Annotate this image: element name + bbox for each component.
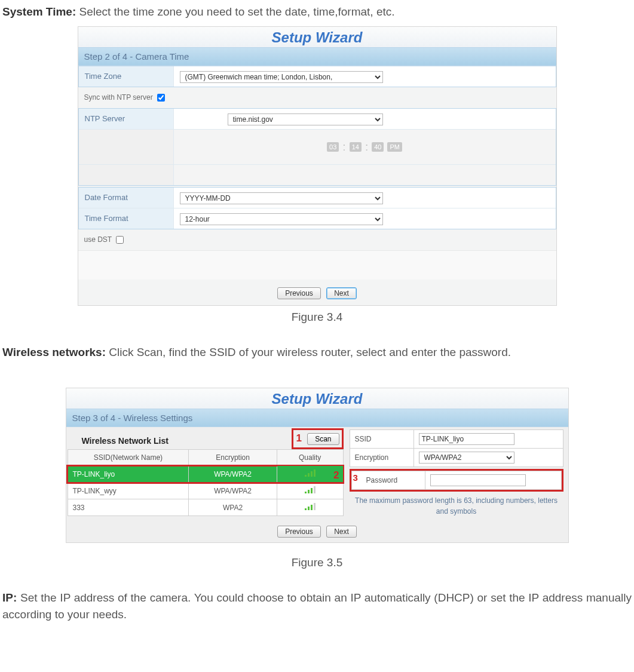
wizard-title-bar-2: Setup Wizard [66,388,568,409]
nav-buttons: Previous Next [78,280,556,305]
ssid-input[interactable] [419,433,514,445]
row-ssid: SSID [350,430,563,449]
password-hint: The maximum password length is 63, inclu… [350,492,563,520]
wireless-config-panel: SSID Encryption WPA/WPA2 Password [346,428,567,520]
th-quality: Quality [277,450,343,466]
cell-quality: 2 [277,466,343,483]
ntp-server-label: NTP Server [79,109,174,129]
step-bar-2: Step 3 of 4 - Wireless Settings [66,409,568,427]
figure-3-4-caption: Figure 3.4 [2,311,632,324]
ntp-form: NTP Server time.nist.gov 03: 14: 40 PM [78,108,556,186]
wizard-wireless: Setup Wizard Step 3 of 4 - Wireless Sett… [66,388,569,543]
table-row[interactable]: TP-LINK_wyy WPA/WPA2 [68,483,343,499]
callout-2: 2 [333,470,339,481]
row-timezone: Time Zone (GMT) Greenwich mean time; Lon… [79,66,556,87]
signal-icon [305,470,316,477]
ip-text: Set the IP address of the camera. You co… [2,591,632,621]
dst-checkbox[interactable] [116,236,124,244]
password-input[interactable] [430,474,526,486]
th-ssid: SSID(Network Name) [68,450,189,466]
cell-enc: WPA2 [189,499,277,516]
wireless-text: Click Scan, find the SSID of your wirele… [106,346,511,358]
timezone-label: Time Zone [79,66,174,87]
system-time-text: Select the time zone you need to set the… [76,5,394,18]
system-time-paragraph: System Time: Select the time zone you ne… [2,4,632,20]
time-format-select[interactable]: 12-hour [180,213,383,225]
table-row[interactable]: TP-LINK_liyo WPA/WPA2 2 [68,466,343,483]
row-encryption: Encryption WPA/WPA2 [350,449,563,467]
signal-icon [305,503,316,510]
ss-ghost: 40 [372,142,384,152]
row-sync-button-ghost [79,165,556,185]
time-form: Time Zone (GMT) Greenwich mean time; Lon… [78,66,556,87]
row-date-format: Date Format YYYY-MM-DD [79,188,556,208]
wizard-title: Setup Wizard [272,29,363,45]
ampm-ghost: PM [387,142,402,152]
time-format-label: Time Format [79,208,174,229]
th-enc: Encryption [189,450,277,466]
figure-3-5-caption: Figure 3.5 [2,556,632,569]
wizard-title-2: Setup Wizard [272,391,363,407]
table-header-row: SSID(Network Name) Encryption Quality [68,450,343,466]
scan-callout: 1 Scan [292,428,343,449]
row-password: Password [351,471,561,490]
cell-enc: WPA/WPA2 [189,483,277,499]
password-label: Password [351,471,425,490]
cell-ssid: TP-LINK_liyo [68,466,189,483]
timezone-select[interactable]: (GMT) Greenwich mean time; London, Lisbo… [180,71,383,83]
wireless-list-title: Wireless Network List [68,432,292,449]
signal-icon [305,486,316,493]
ip-lead: IP: [2,591,17,604]
cell-quality [277,483,343,499]
ip-paragraph: IP: Set the IP address of the camera. Yo… [2,590,632,622]
ssid-label: SSID [350,430,414,449]
encryption-label: Encryption [350,449,414,467]
cell-ssid: TP-LINK_wyy [68,483,189,499]
wireless-paragraph: Wireless networks: Click Scan, find the … [2,344,632,361]
cell-ssid: 333 [68,499,189,516]
step-bar: Step 2 of 4 - Camera Time [78,47,556,66]
nav-buttons-2: Previous Next [68,520,567,542]
scan-button[interactable]: Scan [307,433,339,445]
next-button[interactable]: Next [326,287,357,299]
ntp-sync-checkbox[interactable] [157,94,165,102]
system-time-lead: System Time: [2,5,76,18]
ntp-sync-label: Sync with NTP server [84,93,153,101]
manual-time-ghost: 03: 14: 40 PM [180,132,550,162]
hh-ghost: 03 [327,142,339,152]
previous-button-2[interactable]: Previous [277,526,321,538]
next-button-2[interactable]: Next [326,526,357,538]
mm-ghost: 14 [350,142,362,152]
format-form: Date Format YYYY-MM-DD Time Format 12-ho… [78,187,556,229]
table-row[interactable]: 333 WPA2 [68,499,343,516]
row-ntp-server: NTP Server time.nist.gov [79,109,556,130]
cell-enc: WPA/WPA2 [189,466,277,483]
dst-label: use DST [84,235,112,243]
previous-button[interactable]: Previous [277,287,321,299]
wizard-camera-time: Setup Wizard Step 2 of 4 - Camera Time T… [78,26,557,306]
row-manual-time: 03: 14: 40 PM [79,130,556,165]
network-table: SSID(Network Name) Encryption Quality TP… [68,449,344,516]
row-time-format: Time Format 12-hour [79,208,556,229]
callout-1: 1 [296,432,301,444]
date-format-label: Date Format [79,188,174,208]
wizard-title-bar: Setup Wizard [78,27,556,47]
ntp-server-select[interactable]: time.nist.gov [228,113,383,125]
wireless-list-panel: Wireless Network List 1 Scan SSID(Networ… [68,428,344,520]
dst-row: use DST [78,229,556,250]
callout-3: 3 [353,472,358,483]
date-format-select[interactable]: YYYY-MM-DD [180,192,383,204]
wireless-lead: Wireless networks: [2,346,106,358]
password-callout: Password [350,469,563,492]
encryption-select[interactable]: WPA/WPA2 [419,452,514,464]
cell-quality [277,499,343,516]
ntp-sync-row: Sync with NTP server [78,87,556,108]
